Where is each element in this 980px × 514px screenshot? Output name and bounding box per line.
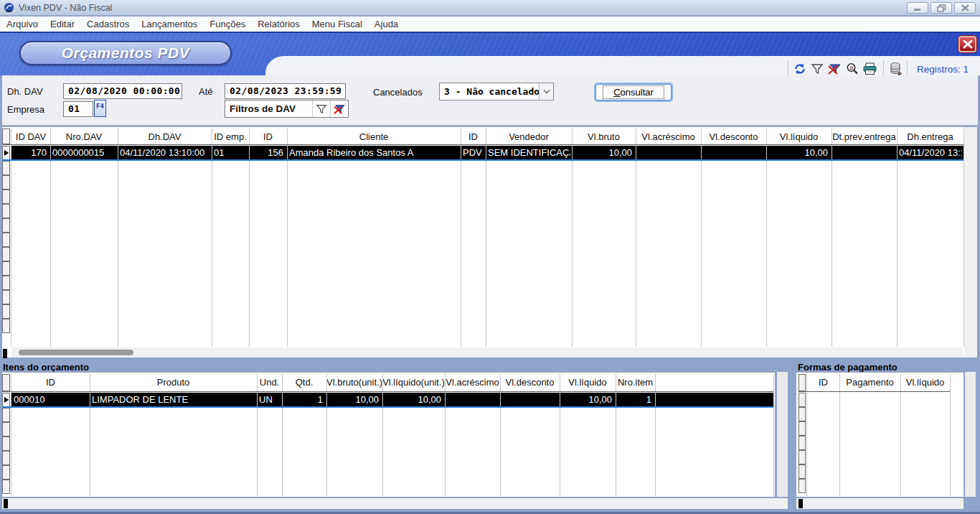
menu-arquivo[interactable]: Arquivo (6, 19, 38, 29)
filtros-dav-filter-button[interactable] (312, 101, 330, 117)
menu-ajuda[interactable]: Ajuda (374, 19, 398, 29)
minimize-button[interactable] (907, 2, 928, 14)
zoom-button[interactable]: n (844, 61, 860, 77)
grid-column-line (11, 128, 11, 347)
cell: 1 (616, 393, 654, 406)
column-header[interactable]: Vl.líquido(unit.) (382, 374, 445, 391)
column-header[interactable]: Vl.acréscimo (636, 128, 701, 144)
main-grid-hscroll-thumb[interactable] (19, 350, 133, 355)
menu-editar[interactable]: Editar (50, 19, 75, 29)
menu-cadastros[interactable]: Cadastros (87, 19, 129, 29)
cancelados-select[interactable]: 3 - Não cancelados (439, 83, 554, 101)
restore-button[interactable] (930, 2, 952, 14)
column-header[interactable]: Dt.prev.entrega (831, 128, 897, 144)
column-header[interactable]: Produto (90, 374, 257, 391)
gutter-cell (2, 190, 10, 204)
column-header[interactable]: ID (11, 374, 90, 391)
column-header[interactable]: Cliente (287, 128, 461, 144)
grid-column-line (766, 128, 767, 347)
cancelados-value: 3 - Não cancelados (440, 86, 539, 97)
main-grid-hscrollbar[interactable] (11, 347, 963, 358)
gutter-cell (2, 422, 10, 436)
column-header[interactable]: Qtd. (282, 374, 326, 391)
grid-column-line (701, 128, 702, 347)
itens-hscrollbar[interactable] (2, 498, 788, 509)
column-header[interactable]: Vl.líquido (560, 374, 616, 391)
column-header[interactable]: Vl.bruto(unit.) (326, 374, 382, 391)
column-header[interactable]: Vendedor (486, 128, 572, 144)
column-header[interactable]: Vl.acréscimo (445, 374, 500, 391)
cancelados-dropdown-button[interactable] (539, 83, 553, 100)
cell (500, 393, 558, 406)
grid-column-line (382, 374, 383, 496)
grid-column-line (500, 374, 501, 496)
itens-vscrollbar[interactable] (777, 372, 788, 497)
cell (701, 146, 765, 159)
gutter-cell (2, 436, 10, 451)
menu-funcoes[interactable]: Funções (209, 19, 245, 29)
menu-menu-fiscal[interactable]: Menu Fiscal (312, 19, 362, 29)
print-button[interactable] (862, 61, 877, 77)
grid-column-line (773, 374, 774, 496)
column-header[interactable]: Vl.desconto (500, 374, 560, 391)
chevron-down-icon (543, 89, 550, 94)
close-button[interactable] (958, 36, 976, 52)
column-header[interactable]: Nro.item (616, 374, 655, 391)
column-header[interactable]: Vl.bruto (572, 128, 636, 144)
consultar-button[interactable]: Consultar (595, 84, 672, 101)
ate-input[interactable]: 02/08/2023 23:59:59 (225, 83, 346, 99)
column-header[interactable]: Und. (257, 374, 282, 391)
clear-filter-button[interactable] (826, 61, 842, 77)
filtros-dav-clear-button[interactable] (330, 101, 348, 117)
grid-column-line (839, 374, 840, 496)
dh-dav-input[interactable]: 02/08/2020 00:00:00 (63, 83, 182, 99)
main-grid-vscrollbar[interactable] (964, 127, 977, 358)
column-header[interactable]: ID (249, 128, 287, 144)
formas-hscrollbar[interactable] (796, 498, 963, 509)
filter-button[interactable] (809, 61, 825, 77)
column-header[interactable]: Dh.entrega (897, 128, 963, 144)
formas-vscrollbar[interactable] (965, 372, 976, 497)
gutter-cell (2, 276, 10, 290)
formas-hscroll-thumb[interactable] (798, 499, 803, 508)
column-header[interactable] (655, 374, 773, 391)
cell (655, 393, 772, 406)
close-icon (963, 40, 973, 49)
column-header[interactable]: ID (807, 374, 839, 391)
column-header[interactable]: Vl.líquido (900, 374, 950, 391)
itens-hscroll-thumb[interactable] (4, 499, 8, 508)
cell: 0000000015 (50, 146, 116, 159)
row-marker-icon (4, 397, 9, 403)
cell: SEM IDENTIFICAÇÃ (486, 146, 570, 159)
column-header[interactable]: Dh.DAV (118, 128, 212, 144)
empresa-lookup-button[interactable]: F4 (94, 100, 106, 117)
ate-label: Até (199, 86, 213, 97)
clear-filter-icon (827, 62, 842, 75)
column-header[interactable]: Pagamento (839, 374, 900, 391)
column-header[interactable]: ID emp. (212, 128, 249, 144)
column-header[interactable]: ID (461, 128, 486, 144)
column-header[interactable]: Vl.desconto (701, 128, 766, 144)
menu-lancamentos[interactable]: Lançamentos (141, 19, 197, 29)
menu-relatorios[interactable]: Relatórios (258, 19, 300, 29)
cell: 10,00 (382, 393, 443, 406)
filtros-dav-label: Filtros de DAV (225, 103, 312, 114)
grid-column-line (118, 128, 118, 347)
consultar-label: Consultar (603, 85, 664, 99)
cell: 10,00 (326, 393, 381, 406)
column-header[interactable]: Nro.DAV (50, 128, 118, 144)
grid-column-line (11, 374, 11, 496)
gutter-cell (798, 421, 806, 436)
grid-column-line (90, 374, 90, 496)
refresh-button[interactable] (792, 61, 808, 77)
column-header[interactable]: ID DAV (11, 128, 50, 144)
gutter-cell (2, 408, 10, 422)
empresa-input[interactable]: 01 (63, 101, 93, 117)
filtros-dav-panel: Filtros de DAV (225, 100, 349, 118)
window-close-button[interactable] (954, 2, 976, 14)
header-banner: Orçamentos PDV n (0, 32, 980, 75)
main-grid-corner-marker (3, 349, 7, 358)
column-header[interactable]: Vl.líquido (766, 128, 831, 144)
cell: 156 (249, 146, 286, 159)
export-data-button[interactable]: P (888, 61, 904, 77)
